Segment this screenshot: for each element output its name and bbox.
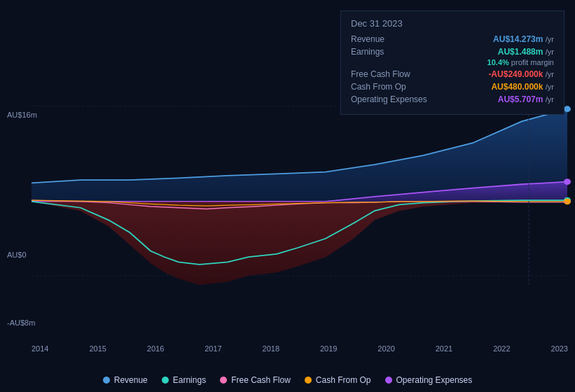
legend-operating-expenses[interactable]: Operating Expenses <box>385 375 473 385</box>
x-label-2015: 2015 <box>89 344 106 353</box>
legend-dot-cash-from-op <box>305 377 312 384</box>
cash-from-op-value: AU$480.000k /yr <box>491 82 554 92</box>
profit-margin-value: 10.4% profit margin <box>487 58 554 66</box>
x-label-2014: 2014 <box>32 344 48 353</box>
svg-point-3 <box>564 106 571 112</box>
x-label-2023: 2023 <box>551 344 568 353</box>
legend: Revenue Earnings Free Cash Flow Cash Fro… <box>0 375 575 385</box>
free-cash-flow-row: Free Cash Flow -AU$249.000k /yr <box>351 69 554 79</box>
x-label-2017: 2017 <box>205 344 221 353</box>
legend-dot-revenue <box>103 377 110 384</box>
legend-cash-from-op[interactable]: Cash From Op <box>305 375 371 385</box>
legend-dot-operating-expenses <box>385 377 392 384</box>
legend-free-cash-flow[interactable]: Free Cash Flow <box>220 375 291 385</box>
legend-label-earnings: Earnings <box>173 375 206 385</box>
chart-container: Dec 31 2023 Revenue AU$14.273m /yr Earni… <box>0 0 575 392</box>
x-label-2016: 2016 <box>147 344 164 353</box>
x-label-2018: 2018 <box>263 344 279 353</box>
revenue-value: AU$14.273m /yr <box>493 34 554 44</box>
date-header: Dec 31 2023 <box>351 18 554 29</box>
legend-dot-free-cash-flow <box>220 377 227 384</box>
legend-earnings[interactable]: Earnings <box>162 375 206 385</box>
cash-from-op-row: Cash From Op AU$480.000k /yr <box>351 82 554 92</box>
info-box: Dec 31 2023 Revenue AU$14.273m /yr Earni… <box>340 10 564 115</box>
legend-label-revenue: Revenue <box>114 375 148 385</box>
profit-margin-row: 10.4% profit margin <box>351 58 554 66</box>
operating-expenses-value: AU$5.707m /yr <box>498 94 554 104</box>
x-label-2019: 2019 <box>320 344 337 353</box>
revenue-label: Revenue <box>351 34 442 44</box>
x-label-2020: 2020 <box>377 344 394 353</box>
legend-label-operating-expenses: Operating Expenses <box>396 375 473 385</box>
svg-point-4 <box>564 178 571 185</box>
x-label-2022: 2022 <box>493 344 510 353</box>
x-label-2021: 2021 <box>436 344 452 353</box>
earnings-label: Earnings <box>351 47 442 57</box>
earnings-value: AU$1.488m /yr <box>498 47 554 57</box>
earnings-row: Earnings AU$1.488m /yr <box>351 47 554 57</box>
operating-expenses-label: Operating Expenses <box>351 94 442 104</box>
revenue-row: Revenue AU$14.273m /yr <box>351 34 554 44</box>
legend-revenue[interactable]: Revenue <box>103 375 148 385</box>
free-cash-flow-label: Free Cash Flow <box>351 69 442 79</box>
x-axis: 2014 2015 2016 2017 2018 2019 2020 2021 … <box>32 344 568 353</box>
legend-label-free-cash-flow: Free Cash Flow <box>231 375 291 385</box>
legend-dot-earnings <box>162 377 169 384</box>
operating-expenses-row: Operating Expenses AU$5.707m /yr <box>351 94 554 104</box>
cash-from-op-label: Cash From Op <box>351 82 442 92</box>
free-cash-flow-value: -AU$249.000k /yr <box>488 69 554 79</box>
legend-label-cash-from-op: Cash From Op <box>316 375 371 385</box>
